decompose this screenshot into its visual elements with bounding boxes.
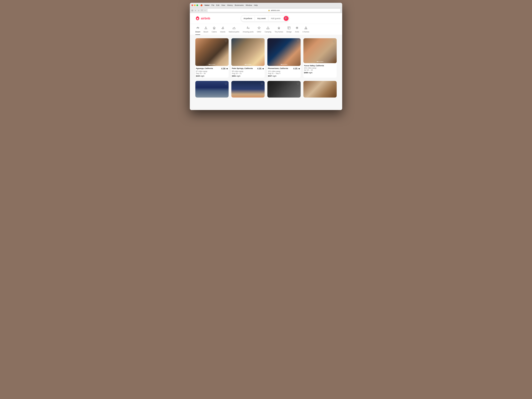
dot-0 <box>281 64 282 65</box>
dot-1 <box>210 64 211 65</box>
category-camping[interactable]: Camping <box>265 26 271 35</box>
url-text: airbnb.com <box>271 9 280 11</box>
listing-photo <box>231 81 265 98</box>
listing-image: ♡ <box>267 81 301 98</box>
camping-label: Camping <box>265 31 271 33</box>
any-week-pill[interactable]: Any week <box>255 16 268 21</box>
listing-image: ♡ <box>304 81 337 98</box>
add-guests-pill[interactable]: Add guests <box>268 16 283 21</box>
category-national-parks[interactable]: National parks <box>229 26 239 35</box>
listing-top: Yucca Valley, California <box>304 64 336 67</box>
dot-2 <box>284 64 285 65</box>
category-beach[interactable]: Beach <box>203 26 208 35</box>
search-button[interactable]: 🔍 <box>284 16 289 21</box>
image-dots <box>281 64 287 65</box>
listing-info: Yucca Valley, California 101 miles away … <box>304 63 337 74</box>
anywhere-pill[interactable]: Anywhere <box>241 16 255 21</box>
safari-menu: Safari File Edit View History Bookmarks … <box>204 4 259 6</box>
sidebar-toggle[interactable]: ⊡ <box>191 9 193 12</box>
listing-card-partial-5[interactable]: ♡ <box>195 81 228 98</box>
listing-distance: 87 miles away <box>196 70 228 72</box>
listing-card-4[interactable]: ♡ Yucca Valley, California 101 miles awa… <box>304 38 337 78</box>
menu-file[interactable]: File <box>211 4 215 6</box>
listing-card-1[interactable]: ♡ Aguanga, California 4.96 ★ 87 miles aw… <box>195 38 228 78</box>
omg-label: OMG! <box>257 31 261 33</box>
address-bar[interactable]: 🔒 airbnb.com <box>207 9 341 12</box>
listing-card-partial-8[interactable]: ♡ <box>304 81 337 98</box>
image-dots <box>245 64 251 65</box>
close-button[interactable] <box>191 4 193 6</box>
wishlist-button[interactable]: ♡ <box>261 82 263 86</box>
menu-help[interactable]: Help <box>253 4 259 6</box>
wishlist-button[interactable]: ♡ <box>297 82 299 86</box>
category-islands[interactable]: Islands <box>220 26 225 35</box>
listing-dates: Aug 31 – Sep 5 <box>268 72 300 74</box>
category-tiny-homes[interactable]: Tiny homes <box>275 26 283 35</box>
menu-history[interactable]: History <box>226 4 234 6</box>
tiny-homes-icon <box>277 26 280 30</box>
arctic-label: Arctic <box>295 31 299 33</box>
listing-card-2[interactable]: ♡ Palm Springs, California 4.95 ★ 95 mil… <box>231 38 265 78</box>
maximize-button[interactable] <box>196 4 198 6</box>
listing-card-partial-6[interactable]: ♡ <box>231 81 265 98</box>
airbnb-header: airbnb Anywhere Any week Add guests 🔍 <box>190 13 342 24</box>
national-parks-icon <box>232 26 236 30</box>
dot-4 <box>214 64 215 65</box>
category-desert[interactable]: Desert <box>195 26 200 35</box>
listing-price: $461 night <box>232 75 264 77</box>
listing-location: Aguanga, California <box>196 67 213 70</box>
dot-4 <box>286 64 287 65</box>
listing-card-3[interactable]: ♡ Pioneertown, California 4.95 ★ 101 mil… <box>267 38 301 78</box>
wishlist-button[interactable]: ♡ <box>297 40 299 43</box>
wishlist-button[interactable]: ♡ <box>333 40 335 43</box>
shield-icon: 🛡 <box>201 9 203 12</box>
a-frames-label: A-frames <box>302 31 309 33</box>
search-icon: 🔍 <box>285 17 287 19</box>
camping-icon <box>266 26 270 30</box>
menu-window[interactable]: Window <box>245 4 253 6</box>
listing-top: Aguanga, California 4.96 ★ <box>196 67 228 70</box>
search-bar[interactable]: Anywhere Any week Add guests 🔍 <box>241 15 289 22</box>
listing-location: Palm Springs, California <box>232 67 253 70</box>
forward-button[interactable]: › <box>198 9 200 12</box>
category-amazing-pools[interactable]: Amazing pools <box>243 26 253 35</box>
wishlist-button[interactable]: ♡ <box>225 82 227 86</box>
menu-safari[interactable]: Safari <box>204 4 210 6</box>
airbnb-logo[interactable]: airbnb <box>195 16 210 21</box>
listing-dates: Jul 10 – 15 <box>304 69 336 71</box>
svg-rect-5 <box>278 28 279 29</box>
listing-price: $537 night <box>268 75 300 77</box>
listings-grid: ♡ Aguanga, California 4.96 ★ 87 miles aw… <box>190 35 342 81</box>
listing-image: ♡ <box>231 38 265 66</box>
back-button[interactable]: ‹ <box>195 9 196 12</box>
title-bar: 🍎 Safari File Edit View History Bookmark… <box>190 3 342 8</box>
a-frames-icon <box>304 26 308 30</box>
category-arctic[interactable]: Arctic <box>295 26 299 35</box>
cabins-label: Cabins <box>212 31 217 33</box>
category-design[interactable]: Design <box>286 26 292 35</box>
listing-price: $489 night <box>304 72 336 74</box>
menu-edit[interactable]: Edit <box>215 4 220 6</box>
dot-2 <box>320 61 320 62</box>
wishlist-button[interactable]: ♡ <box>333 82 335 86</box>
listing-photo <box>267 38 301 66</box>
svg-rect-7 <box>288 27 290 29</box>
category-nav: Desert Beach Cabins Islands National par… <box>190 24 342 35</box>
menu-bookmarks[interactable]: Bookmarks <box>234 4 245 6</box>
category-a-frames[interactable]: A-frames <box>302 26 309 35</box>
menu-view[interactable]: View <box>221 4 226 6</box>
omg-icon <box>257 26 261 30</box>
dot-1 <box>282 64 283 65</box>
listings-grid-row2: ♡ ♡ ♡ ♡ <box>190 81 342 101</box>
wishlist-button[interactable]: ♡ <box>225 40 227 43</box>
wishlist-button[interactable]: ♡ <box>261 40 263 43</box>
listing-photo <box>195 81 228 98</box>
listing-rating: 4.96 ★ <box>221 67 228 70</box>
category-omg[interactable]: OMG! <box>257 26 261 35</box>
airbnb-content: airbnb Anywhere Any week Add guests 🔍 De… <box>190 13 342 110</box>
category-cabins[interactable]: Cabins <box>212 26 217 35</box>
minimize-button[interactable] <box>194 4 196 6</box>
desert-label: Desert <box>195 31 200 33</box>
listing-card-partial-7[interactable]: ♡ <box>267 81 301 98</box>
listing-price: $220 night <box>196 75 228 77</box>
